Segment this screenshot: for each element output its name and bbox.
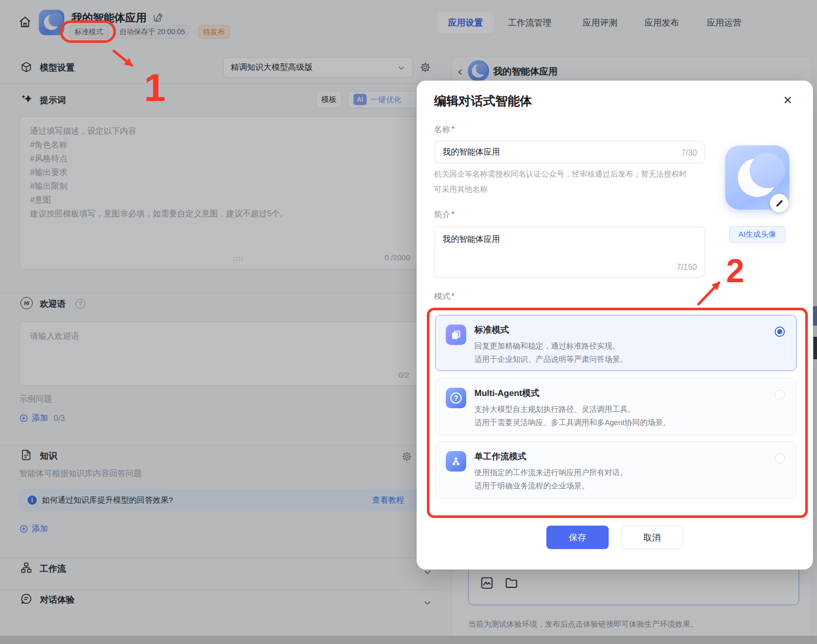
annotation-step-2: 2 bbox=[726, 252, 744, 290]
pencil-icon bbox=[775, 199, 784, 208]
intro-label: 简介* bbox=[434, 210, 454, 220]
save-button[interactable]: 保存 bbox=[546, 526, 609, 549]
required-asterisk: * bbox=[451, 125, 454, 134]
edit-avatar-button[interactable] bbox=[770, 194, 788, 212]
name-field[interactable]: 我的智能体应用 7/30 bbox=[434, 141, 705, 163]
modal-title: 编辑对话式智能体 bbox=[434, 93, 532, 109]
intro-field[interactable]: 我的智能体应用 7/150 bbox=[434, 227, 705, 278]
name-label: 名称* bbox=[434, 125, 454, 135]
required-asterisk: * bbox=[451, 292, 454, 301]
ai-generate-avatar-button[interactable]: AI生成头像 bbox=[729, 226, 785, 243]
cancel-button[interactable]: 取消 bbox=[621, 526, 683, 549]
annotation-step-1: 1 bbox=[144, 65, 165, 110]
name-counter: 7/30 bbox=[681, 148, 697, 158]
name-helper-text: 机关国企等名称需授权同名认证公众号，经审核通过后发布；暂无法授权时 可采用其他名… bbox=[434, 166, 687, 197]
app-canvas: 我的智能体应用 标准模式 自动保存于 20:00:05 待发布 应用设置 工作流… bbox=[0, 0, 817, 644]
close-icon[interactable]: ✕ bbox=[783, 94, 792, 107]
annotation-circle-mode-chip bbox=[60, 20, 116, 43]
mode-label: 模式* bbox=[434, 291, 454, 302]
annotation-rect-modes bbox=[427, 308, 808, 518]
swirl-logo-icon bbox=[738, 158, 777, 197]
required-asterisk: * bbox=[451, 210, 454, 219]
name-value: 我的智能体应用 bbox=[443, 147, 500, 158]
intro-counter: 7/150 bbox=[677, 263, 697, 272]
intro-value: 我的智能体应用 bbox=[443, 234, 500, 245]
